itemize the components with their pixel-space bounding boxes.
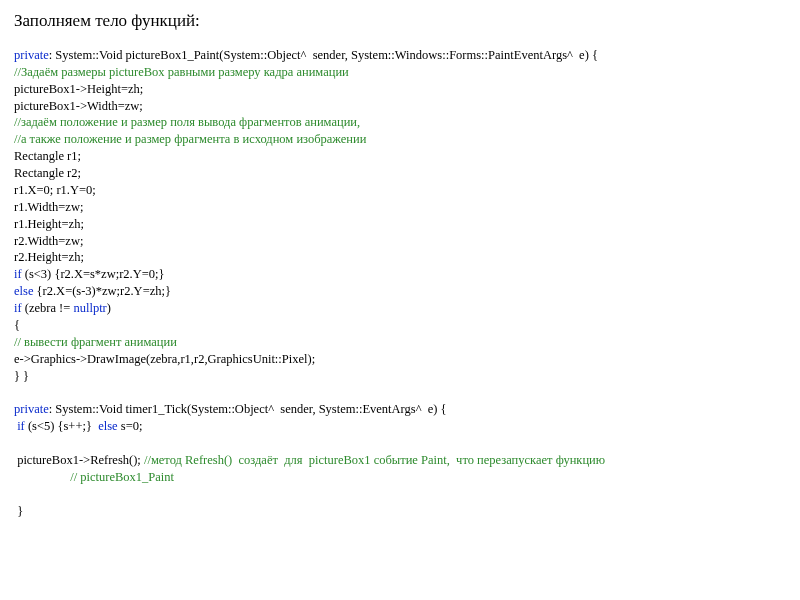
code-line-16d: ) [107,301,111,315]
code-line-04: pictureBox1->Width=zw; [14,99,143,113]
kw-if-1: if [14,267,22,281]
kw-else-2: else [98,419,117,433]
code-line-13: r2.Height=zh; [14,250,84,264]
code-line-28: } [14,504,23,518]
code-line-15b: {r2.X=(s-3)*zw;r2.Y=zh;} [33,284,171,298]
code-line-03: pictureBox1->Height=zh; [14,82,143,96]
comment-line-26: // pictureBox1_Paint [14,470,174,484]
kw-if-2: if [14,301,22,315]
comment-line-02: //Задаём размеры pictureBox равными разм… [14,65,349,79]
comment-line-25b: //метод Refresh() создаёт для pictureBox… [144,453,605,467]
kw-private-2: private [14,402,49,416]
code-line-14b: (s<3) {r2.X=s*zw;r2.Y=0;} [22,267,165,281]
code-line-07: Rectangle r1; [14,149,81,163]
code-line-25a: pictureBox1->Refresh(); [14,453,144,467]
comment-line-18: // вывести фрагмент анимации [14,335,177,349]
code-line-17: { [14,318,20,332]
code-line-09: r1.X=0; r1.Y=0; [14,183,96,197]
code-line-23b: (s<5) {s++;} [25,419,98,433]
code-line-16b: (zebra != [22,301,74,315]
code-block: private: System::Void pictureBox1_Paint(… [14,47,786,520]
code-line-23d: s=0; [118,419,143,433]
code-line-20: } } [14,369,29,383]
kw-if-3: if [14,419,25,433]
code-line-10: r1.Width=zw; [14,200,83,214]
code-line-22b: : System::Void timer1_Tick(System::Objec… [49,402,447,416]
code-line-19: e->Graphics->DrawImage(zebra,r1,r2,Graph… [14,352,315,366]
code-line-11: r1.Height=zh; [14,217,84,231]
comment-line-06: //а также положение и размер фрагмента в… [14,132,366,146]
comment-line-05: //задаём положение и размер поля вывода … [14,115,360,129]
kw-nullptr: nullptr [73,301,106,315]
kw-else-1: else [14,284,33,298]
code-line-08: Rectangle r2; [14,166,81,180]
document-page: Заполняем тело функций: private: System:… [0,0,800,519]
kw-private-1: private [14,48,49,62]
code-line-01b: : System::Void pictureBox1_Paint(System:… [49,48,598,62]
page-title: Заполняем тело функций: [14,10,786,33]
code-line-12: r2.Width=zw; [14,234,83,248]
